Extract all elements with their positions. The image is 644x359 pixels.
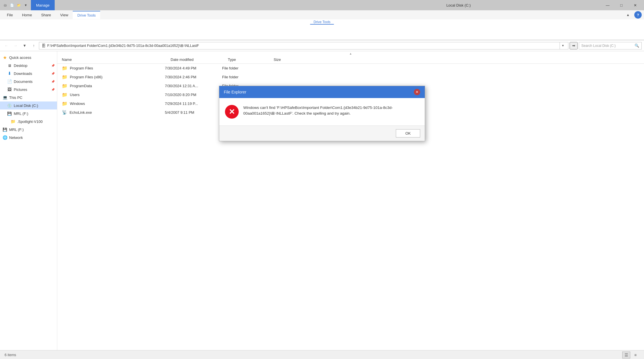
file-name: Program Files [70,66,93,70]
maximize-button[interactable]: □ [615,0,628,10]
file-name: EchoLink.exe [70,110,92,115]
sidebar-item-network[interactable]: 🌐 Network [0,133,57,141]
network-icon: 🌐 [2,135,7,140]
header-date[interactable]: Date modified [171,57,228,62]
address-dropdown-btn[interactable]: ▼ [560,42,566,49]
error-icon: ✕ [225,105,239,119]
pin-icon-desktop: 📌 [51,64,55,67]
search-placeholder: Search Local Disk (C:) [581,44,616,48]
title-bar: 🗂 📄 📁 ▼ Manage Local Disk (C:) — □ ✕ [0,0,644,10]
header-name[interactable]: Name [62,57,171,62]
sidebar-item-local-disk-c[interactable]: 💿 Local Disk (C:) [0,101,57,109]
address-go-button[interactable]: ➡ [570,42,578,49]
pictures-icon: 🖼 [7,87,12,92]
file-date: 7/30/2024 12:31 A... [165,84,222,88]
documents-icon: 📄 [7,79,12,84]
status-bar: 6 items ☰ ≡ [0,350,644,359]
header-size[interactable]: Size [274,57,308,62]
up-button[interactable]: ↑ [30,42,38,50]
file-icon: 📄 [9,2,15,8]
ribbon-tabs: File Home Share View Drive Tools ▲ ? [0,10,644,19]
back-button[interactable]: ← [2,42,10,50]
folder-icon-tb: 📁 [16,2,22,8]
file-name: Program Files (x86) [70,75,102,79]
sidebar-item-quick-access[interactable]: ★ Quick access [0,53,57,61]
manage-tab[interactable]: Manage [31,0,55,10]
forward-button[interactable]: → [11,42,19,50]
status-bar-right: ☰ ≡ [622,352,639,358]
sidebar-label-network: Network [9,135,55,140]
mrl-f-icon: 💾 [2,127,7,132]
window-controls: — □ ✕ [601,0,642,10]
file-name-cell: 📁 Program Files [62,65,165,71]
sidebar-label-documents: Documents [14,79,50,84]
dialog-close-button[interactable]: ✕ [414,89,420,95]
file-type: File folder [222,75,268,79]
recent-button[interactable]: ▼ [21,42,29,50]
dropdown-icon[interactable]: ▼ [23,2,29,8]
tab-home[interactable]: Home [17,11,37,19]
ribbon-content: Drive Tools [0,19,644,40]
sidebar-label-pictures: Pictures [14,87,50,92]
items-count: 6 items [5,353,16,357]
table-row[interactable]: 📁 Program Files 7/30/2024 4:49 PM File f… [57,64,644,73]
dialog-message: Windows can't find 'F:\HPSafeBox\Importa… [243,105,419,117]
file-explorer-dialog: File Explorer ✕ ✕ Windows can't find 'F:… [219,86,425,141]
file-name: Windows [70,101,85,106]
details-view-button[interactable]: ≡ [631,352,639,358]
header-type[interactable]: Type [228,57,274,62]
tab-share[interactable]: Share [37,11,56,19]
close-button[interactable]: ✕ [629,0,642,10]
ribbon-collapse-btn[interactable]: ▲ [624,11,632,19]
sidebar-item-documents[interactable]: 📄 Documents 📌 [0,77,57,85]
dialog-ok-button[interactable]: OK [396,129,420,137]
tab-file[interactable]: File [2,11,17,19]
file-date: 7/30/2024 4:49 PM [165,66,222,70]
sidebar-label-local-disk-c: Local Disk (C:) [14,103,55,108]
sidebar-item-mrl-f-sub[interactable]: 💾 MRL (F:) [0,109,57,117]
dialog-title-bar: File Explorer ✕ [219,86,425,98]
drive-tools-label: Drive Tools [310,20,334,25]
downloads-icon: ⬇ [7,71,12,76]
sidebar-item-pictures[interactable]: 🖼 Pictures 📌 [0,85,57,93]
minimize-button[interactable]: — [601,0,614,10]
sidebar-item-this-pc[interactable]: 💻 This PC [0,93,57,101]
address-text: F:\HPSafeBox\Important Folder\Com1.{d3e3… [47,43,558,48]
sidebar-item-mrl-f[interactable]: 💾 MRL (F:) [0,125,57,133]
file-date: 7/10/2020 8:20 PM [165,93,222,97]
scroll-indicator: ▲ [57,51,644,56]
sidebar-label-quick-access: Quick access [9,55,55,60]
title-bar-icons: 🗂 📄 📁 ▼ [2,2,29,8]
search-field[interactable]: Search Local Disk (C:) 🔍 [579,42,642,49]
sidebar-item-downloads[interactable]: ⬇ Downloads 📌 [0,69,57,77]
sidebar-label-mrl-f-sub: MRL (F:) [14,111,55,116]
app-icon: 🗂 [2,2,8,8]
table-row[interactable]: 📁 Program Files (x86) 7/30/2024 2:46 PM … [57,73,644,81]
tab-drive-tools[interactable]: Drive Tools [73,11,100,19]
sidebar: ★ Quick access 🖥 Desktop 📌 ⬇ Downloads 📌… [0,51,57,350]
file-name-cell: 📁 Windows [62,101,165,106]
sidebar-label-spotlight: .Spotlight-V100 [17,119,55,124]
sidebar-label-downloads: Downloads [14,71,50,76]
tab-view[interactable]: View [56,11,73,19]
this-pc-icon: 💻 [2,95,7,100]
address-field[interactable]: 🗄 F:\HPSafeBox\Important Folder\Com1.{d3… [39,42,568,49]
dialog-body: ✕ Windows can't find 'F:\HPSafeBox\Impor… [219,98,425,125]
sidebar-label-this-pc: This PC [9,95,55,100]
mrl-f-sub-icon: 💾 [7,111,12,116]
search-icon: 🔍 [635,43,639,48]
window-title: Local Disk (C:) [316,3,601,7]
sidebar-item-desktop[interactable]: 🖥 Desktop 📌 [0,61,57,69]
list-view-button[interactable]: ☰ [622,352,630,358]
title-bar-tabs: Manage [31,0,316,10]
sidebar-item-spotlight[interactable]: 📁 .Spotlight-V100 [0,117,57,125]
quick-access-icon: ★ [2,55,7,60]
file-name: ProgramData [70,84,92,88]
file-list-header: Name Date modified Type Size [57,56,644,64]
file-type: File folder [222,66,268,70]
ribbon: File Home Share View Drive Tools ▲ ? Dri… [0,10,644,40]
help-button[interactable]: ? [634,11,642,19]
address-bar: ← → ▼ ↑ 🗄 F:\HPSafeBox\Important Folder\… [0,40,644,51]
folder-icon: 📁 [62,92,68,97]
address-drive-icon: 🗄 [42,43,46,48]
